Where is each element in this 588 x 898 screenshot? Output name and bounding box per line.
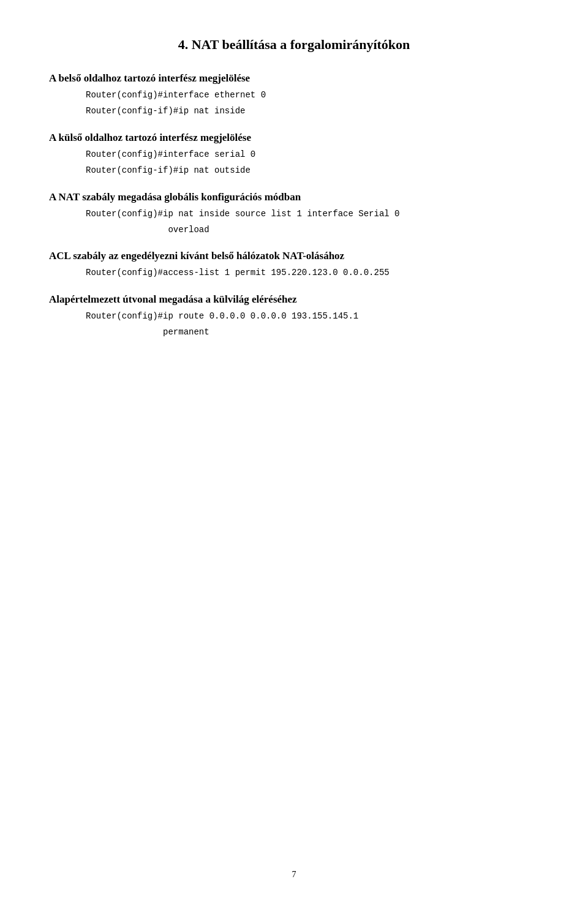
code-line-kulso-2: Router(config-if)#ip nat outside xyxy=(86,164,539,177)
section-heading-acl: ACL szabály az engedélyezni kívánt belső… xyxy=(49,250,539,262)
page-number: 7 xyxy=(292,870,296,880)
code-line-alap-2: permanent xyxy=(86,325,539,339)
code-line-kulso-1: Router(config)#interface serial 0 xyxy=(86,148,539,161)
code-line-nat-2: overload xyxy=(86,223,539,236)
section-nat-szabaly: A NAT szabály megadása globális konfigur… xyxy=(49,191,539,237)
section-kulso: A külső oldalhoz tartozó interfész megje… xyxy=(49,132,539,178)
page-container: 4. NAT beállítása a forgalomirányítókon … xyxy=(0,0,588,898)
section-alapertelmezett: Alapértelmezett útvonal megadása a külvi… xyxy=(49,293,539,339)
section-heading-belso: A belső oldalhoz tartozó interfész megje… xyxy=(49,72,539,85)
code-line-acl-1: Router(config)#access-list 1 permit 195.… xyxy=(86,266,539,279)
code-line-belso-2: Router(config-if)#ip nat inside xyxy=(86,104,539,118)
section-heading-kulso: A külső oldalhoz tartozó interfész megje… xyxy=(49,132,539,144)
section-heading-alapertelmezett: Alapértelmezett útvonal megadása a külvi… xyxy=(49,293,539,306)
section-belso: A belső oldalhoz tartozó interfész megje… xyxy=(49,72,539,118)
section-heading-nat: A NAT szabály megadása globális konfigur… xyxy=(49,191,539,203)
page-title: 4. NAT beállítása a forgalomirányítókon xyxy=(49,37,539,53)
code-line-nat-1: Router(config)#ip nat inside source list… xyxy=(86,207,539,221)
section-acl: ACL szabály az engedélyezni kívánt belső… xyxy=(49,250,539,279)
code-line-belso-1: Router(config)#interface ethernet 0 xyxy=(86,88,539,102)
code-line-alap-1: Router(config)#ip route 0.0.0.0 0.0.0.0 … xyxy=(86,309,539,323)
